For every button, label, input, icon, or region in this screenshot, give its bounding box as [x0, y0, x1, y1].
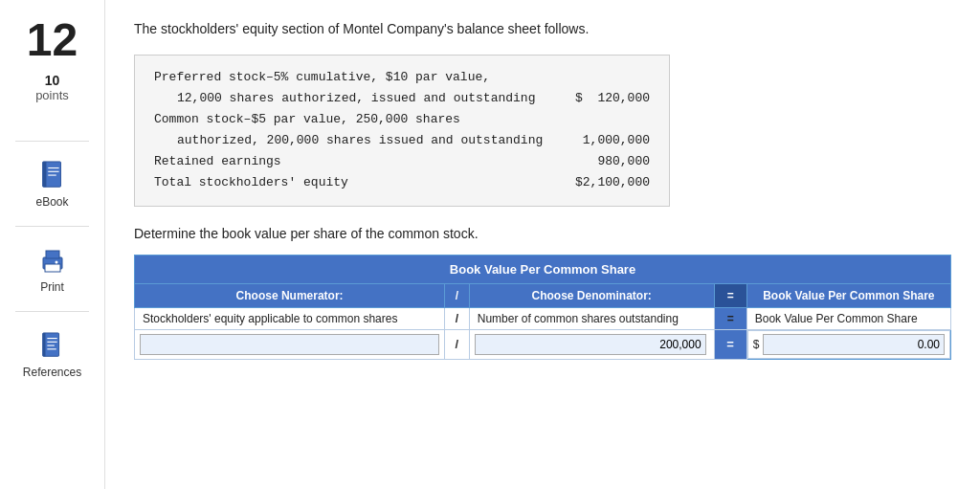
bv-row1-slash: / — [445, 307, 470, 329]
bv-table: Book Value Per Common Share Choose Numer… — [134, 255, 951, 360]
svg-rect-6 — [46, 251, 59, 258]
svg-rect-10 — [42, 333, 45, 356]
points-value: 10 — [45, 73, 60, 88]
bv-row1-equals: = — [714, 307, 746, 329]
bv-row2-equals: = — [714, 329, 746, 359]
bs-row-5: Retained earnings 980,000 — [154, 151, 650, 172]
bs-value-5: 980,000 — [554, 151, 650, 172]
bs-label-3: Common stock–$5 par value, 250,000 share… — [154, 109, 554, 130]
bv-row2-result-cell: $ — [747, 330, 950, 359]
col-header-result: Book Value Per Common Share — [746, 283, 950, 307]
col-header-denominator: Choose Denominator: — [469, 283, 714, 307]
question-number: 12 — [27, 17, 78, 63]
bv-row1-result: Book Value Per Common Share — [746, 307, 950, 329]
bv-result-input[interactable] — [763, 334, 945, 355]
bv-row1-denominator: Number of common shares outstanding — [469, 307, 714, 329]
sidebar-divider-2 — [15, 226, 88, 227]
references-icon — [37, 329, 68, 364]
bv-row-1: Stockholders' equity applicable to commo… — [135, 307, 951, 329]
bv-table-wrapper: Book Value Per Common Share Choose Numer… — [134, 255, 951, 360]
bv-row1-numerator: Stockholders' equity applicable to commo… — [135, 307, 445, 329]
bs-value-6: $2,100,000 — [554, 172, 650, 193]
bs-row-1: Preferred stock–5% cumulative, $10 par v… — [154, 67, 650, 88]
bs-row-4: authorized, 200,000 shares issued and ou… — [154, 130, 650, 151]
svg-point-8 — [55, 261, 57, 264]
balance-sheet: Preferred stock–5% cumulative, $10 par v… — [134, 55, 670, 207]
bs-label-5: Retained earnings — [154, 151, 554, 172]
bv-denominator-input[interactable] — [475, 334, 706, 355]
bs-label-4: authorized, 200,000 shares issued and ou… — [154, 130, 554, 151]
bs-value-4: 1,000,000 — [554, 130, 650, 151]
bs-row-2: 12,000 shares authorized, issued and out… — [154, 88, 650, 109]
col-header-slash: / — [445, 283, 470, 307]
sidebar: 12 10 points eBook — [0, 0, 105, 489]
sidebar-divider — [15, 141, 88, 142]
sidebar-item-references[interactable]: References — [0, 322, 104, 387]
bv-table-title: Book Value Per Common Share — [135, 255, 951, 283]
ebook-icon — [37, 159, 68, 193]
bs-row-3: Common stock–$5 par value, 250,000 share… — [154, 109, 650, 130]
sidebar-item-ebook[interactable]: eBook — [0, 151, 104, 216]
determine-text: Determine the book value per share of th… — [134, 226, 951, 241]
bv-result-prefix: $ — [753, 338, 760, 351]
ebook-label: eBook — [35, 195, 68, 209]
sidebar-divider-3 — [15, 311, 88, 312]
bs-label-2: 12,000 shares authorized, issued and out… — [154, 88, 554, 109]
bv-row2-denominator — [469, 329, 714, 359]
bs-label-6: Total stockholders' equity — [154, 172, 554, 193]
question-text: The stockholders' equity section of Mont… — [134, 19, 951, 39]
references-label: References — [23, 366, 81, 379]
main-content: The stockholders' equity section of Mont… — [105, 0, 980, 489]
bv-numerator-input[interactable] — [140, 334, 439, 355]
print-label: Print — [40, 280, 64, 294]
print-icon — [37, 244, 68, 278]
bs-row-6: Total stockholders' equity $2,100,000 — [154, 172, 650, 193]
points-label: points — [35, 88, 69, 102]
svg-rect-1 — [42, 162, 46, 187]
svg-rect-7 — [45, 264, 60, 272]
col-header-numerator: Choose Numerator: — [135, 283, 445, 307]
bs-value-2: $ 120,000 — [554, 88, 650, 109]
bv-row2-slash: / — [445, 329, 470, 359]
bv-row2-numerator-cell[interactable] — [135, 329, 445, 359]
col-header-equals: = — [714, 283, 746, 307]
bs-label-1: Preferred stock–5% cumulative, $10 par v… — [154, 67, 554, 88]
sidebar-item-print[interactable]: Print — [0, 236, 104, 301]
bv-row-2: / = $ — [135, 329, 951, 359]
